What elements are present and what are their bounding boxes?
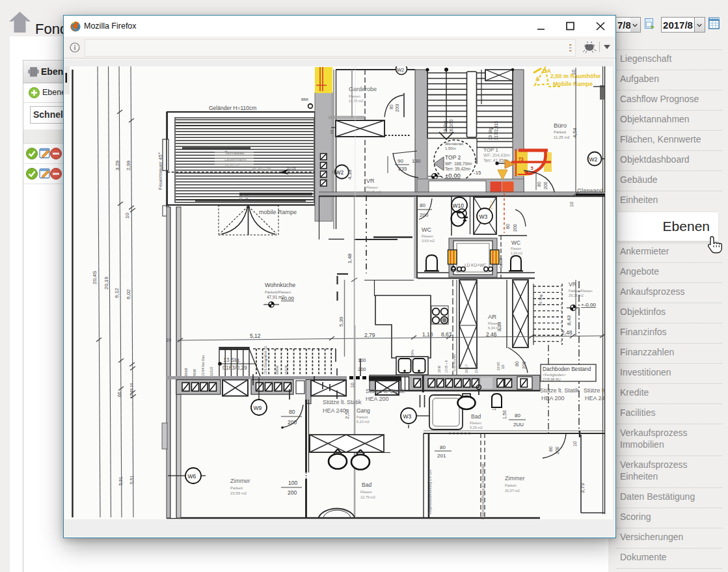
svg-text:4,18: 4,18 xyxy=(347,169,353,180)
svg-text:91,91m 33: 91,91m 33 xyxy=(252,167,271,171)
svg-text:Regenwasserführung in Holzfass: Regenwasserführung in Holzfassaden xyxy=(481,463,485,519)
svg-text:A: A xyxy=(535,75,540,82)
svg-text:80: 80 xyxy=(515,413,520,418)
svg-text:17/I/5 + 6: 17/I/5 + 6 xyxy=(445,360,448,373)
svg-text:9/II/6: 9/II/6 xyxy=(193,369,196,376)
svg-text:220: 220 xyxy=(245,195,249,202)
svg-text:Gang: Gang xyxy=(357,407,370,414)
svg-text:6 LÜ KÜ+WC: 6 LÜ KÜ+WC xyxy=(453,354,456,371)
svg-text:VR: VR xyxy=(366,178,375,184)
svg-text:HEA 200: HEA 200 xyxy=(541,395,565,402)
svg-text:<Fertigboden>: <Fertigboden> xyxy=(543,373,566,377)
svg-text:1,48: 1,48 xyxy=(347,253,353,264)
svg-text:10/II/4 Sat. Kaw: 10/II/4 Sat. Kaw xyxy=(202,355,205,376)
svg-text:20,05: 20,05 xyxy=(286,167,297,170)
svg-text:WF: 168,70m²: WF: 168,70m² xyxy=(445,161,473,166)
svg-text:2,0: 2,0 xyxy=(489,204,493,210)
svg-text:1,50: 1,50 xyxy=(502,410,507,419)
svg-text:200: 200 xyxy=(358,366,366,372)
svg-text:11,46 m2: 11,46 m2 xyxy=(366,190,381,194)
svg-text:2,79: 2,79 xyxy=(364,332,375,338)
svg-text:±0.00: ±0.00 xyxy=(445,172,461,179)
svg-text:80: 80 xyxy=(289,409,295,415)
svg-text:80: 80 xyxy=(506,224,510,229)
svg-text:66: 66 xyxy=(117,392,122,397)
svg-text:200: 200 xyxy=(522,361,526,369)
svg-text:Fliesen: Fliesen xyxy=(360,490,372,494)
svg-text:80: 80 xyxy=(420,202,425,208)
svg-text:Büro: Büro xyxy=(554,122,567,129)
svg-text:10: 10 xyxy=(571,70,576,75)
svg-text:Zimmer: Zimmer xyxy=(505,475,525,482)
svg-text:Parkett/Fliesen: Parkett/Fliesen xyxy=(265,290,291,294)
svg-text:1,18: 1,18 xyxy=(422,331,433,338)
svg-text:5,91: 5,91 xyxy=(118,476,123,485)
svg-text:5,51: 5,51 xyxy=(129,475,134,484)
svg-text:Wohnküche: Wohnküche xyxy=(265,282,295,288)
svg-text:200: 200 xyxy=(513,224,517,232)
svg-text:80: 80 xyxy=(548,446,553,452)
svg-text:80: 80 xyxy=(515,361,519,366)
svg-text:13/II./Garagenbelt. Gl.: 13/II./Garagenbelt. Gl. xyxy=(264,346,267,375)
svg-text:100: 100 xyxy=(358,357,366,363)
svg-text:20,07 m2: 20,07 m2 xyxy=(505,489,520,493)
svg-text:Parkett: Parkett xyxy=(230,486,243,490)
svg-text:TOP 2: TOP 2 xyxy=(445,154,461,161)
svg-text:12,79 m2: 12,79 m2 xyxy=(360,495,375,499)
svg-text:2,48: 2,48 xyxy=(561,329,573,336)
svg-text:VR: VR xyxy=(569,281,576,288)
svg-text:Fliesen: Fliesen xyxy=(511,247,521,251)
svg-text:5,12: 5,12 xyxy=(250,333,261,339)
svg-text:200: 200 xyxy=(288,419,297,426)
svg-text:100: 100 xyxy=(288,480,297,486)
svg-text:14/II/A: 14/II/A xyxy=(275,365,279,375)
svg-text:W2: W2 xyxy=(397,67,404,73)
svg-text:23,59 m2: 23,59 m2 xyxy=(230,491,247,495)
svg-text:5: 5 xyxy=(531,166,533,170)
svg-text:Terr: 39,42m²: Terr: 39,42m² xyxy=(445,167,471,171)
svg-text:RRR: RRR xyxy=(301,98,308,102)
svg-text:2,46: 2,46 xyxy=(486,331,497,338)
svg-text:Terrasse: Terrasse xyxy=(224,150,245,156)
svg-text:5,39: 5,39 xyxy=(338,316,344,327)
svg-text:AR: AR xyxy=(488,313,496,320)
svg-text:+-0.00: +-0.00 xyxy=(581,302,596,308)
svg-text:8,67: 8,67 xyxy=(441,331,452,338)
svg-text:20/E/7: 20/E/7 xyxy=(465,364,468,373)
svg-text:Parkett/Fliesen: Parkett/Fliesen xyxy=(569,289,593,293)
svg-text:W6: W6 xyxy=(188,473,196,480)
svg-text:10: 10 xyxy=(330,129,334,134)
svg-text:11,70 m2: 11,70 m2 xyxy=(349,99,364,103)
svg-text:WC: WC xyxy=(422,226,431,233)
svg-text:W2: W2 xyxy=(336,169,344,176)
svg-text:HEA 24: HEA 24 xyxy=(585,395,605,402)
svg-text:Geländer H=110cm: Geländer H=110cm xyxy=(209,105,256,111)
svg-text:Fliesen: Fliesen xyxy=(349,94,360,98)
svg-text:317/2,315: 317/2,315 xyxy=(494,121,498,140)
svg-text:90: 90 xyxy=(398,158,403,164)
svg-text:3,39: 3,39 xyxy=(496,321,502,332)
svg-text:mobile Rampe: mobile Rampe xyxy=(259,209,297,215)
svg-text:K 1.0 TOPs: K 1.0 TOPs xyxy=(411,349,414,366)
svg-text:2UU: 2UU xyxy=(513,422,524,428)
svg-text:10 48 10: 10 48 10 xyxy=(129,383,133,398)
svg-text:Garderobe: Garderobe xyxy=(349,86,377,92)
svg-text:13 Stg.: 13 Stg. xyxy=(488,126,493,140)
svg-text:20,19: 20,19 xyxy=(103,276,109,290)
svg-text:130: 130 xyxy=(412,158,421,164)
svg-text:22/II/5: 22/II/5 xyxy=(497,362,500,370)
svg-text:Bad: Bad xyxy=(471,413,481,420)
svg-text:11,08 m²: 11,08 m² xyxy=(224,163,239,167)
svg-text:Stütze lt: Stütze lt xyxy=(584,387,605,394)
svg-text:10: 10 xyxy=(124,213,130,219)
svg-text:Fliesen: Fliesen xyxy=(422,234,433,238)
svg-text:W10: W10 xyxy=(453,202,465,209)
svg-text:WF: 204,43m²: WF: 204,43m² xyxy=(483,153,511,157)
svg-text:200: 200 xyxy=(543,182,548,189)
svg-text:W3: W3 xyxy=(403,413,412,420)
svg-text:Stütze lt. Statik: Stütze lt. Statik xyxy=(366,388,405,394)
svg-text:80: 80 xyxy=(389,104,394,109)
svg-text:0183/0,29: 0183/0,29 xyxy=(222,364,247,371)
svg-text:Fliesen: Fliesen xyxy=(470,421,481,425)
svg-text:HEA 240: HEA 240 xyxy=(323,407,346,414)
